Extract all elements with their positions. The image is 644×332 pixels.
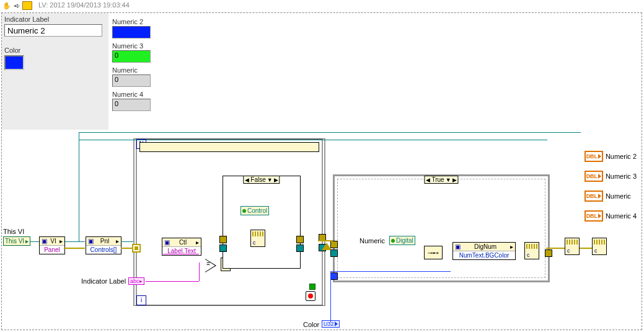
terminal-row: DBL Numeric 3: [584, 171, 637, 182]
clear-error-node[interactable]: [565, 238, 580, 255]
vi-icon[interactable]: [22, 1, 32, 10]
terminal-list: DBL Numeric 2 DBL Numeric 3 DBL Numeric …: [584, 151, 637, 230]
case-selector-true[interactable]: ◀True▼▶: [424, 176, 458, 184]
terminal-label: Numeric: [606, 192, 631, 200]
terminal-row: DBL Numeric 4: [584, 210, 637, 222]
abc-string-terminal[interactable]: abc▸: [128, 277, 144, 285]
control-class-node[interactable]: Control: [240, 206, 269, 215]
class-dot-icon: [242, 209, 246, 213]
this-vi-label: This VI: [3, 228, 24, 235]
loop-header: [139, 142, 319, 152]
wire: [199, 262, 200, 281]
numeric-indicator: Numeric 3 0: [112, 42, 151, 63]
controls-panel: Indicator Label Color: [2, 13, 108, 130]
dbl-terminal-icon[interactable]: DBL: [584, 191, 603, 202]
vi-property-node[interactable]: ▣VI▸ Panel: [39, 236, 65, 254]
dignum-property-node[interactable]: ▣DigNum▸ NumText.BGColor: [452, 242, 516, 260]
indicator-label-wire-caption: Indicator Label: [81, 277, 126, 285]
wire: [64, 241, 85, 242]
terminal-label: Numeric 4: [606, 212, 637, 220]
true-color-tunnel: [330, 272, 338, 280]
tunnel-ref-out: [296, 236, 304, 243]
stop-terminal[interactable]: [306, 291, 315, 301]
ctl-property-node[interactable]: ▣Ctl▸ Label.Text: [162, 238, 201, 256]
indicator-label-caption: Indicator Label: [4, 16, 106, 23]
numeric-indicators: Numeric 2 Numeric 3 0 Numeric 0 Numeric …: [112, 18, 151, 115]
this-vi-node[interactable]: This VI▸: [3, 236, 30, 246]
indicator-label-input[interactable]: [4, 24, 102, 37]
wire: [64, 248, 85, 249]
wire: [79, 140, 547, 140]
numeric-class-label: Numeric: [359, 237, 385, 245]
hand-icon[interactable]: ✋: [2, 1, 11, 10]
auto-index-tunnel: [132, 244, 141, 253]
true-tunnel-ref: [330, 241, 338, 248]
case-inner: [337, 179, 545, 278]
tunnel-in: [219, 245, 227, 252]
conditional-terminal-wire: [309, 284, 315, 290]
block-diagram-frame: Indicator Label Color Numeric 2 Numeric …: [1, 12, 642, 330]
class-dot-icon: [391, 239, 395, 243]
wire: [318, 240, 333, 241]
case-structure-false[interactable]: ◀False▼▶ Control: [223, 176, 301, 269]
tunnel-out: [296, 245, 304, 252]
i-terminal[interactable]: i: [136, 295, 146, 305]
terminal-label: Numeric 2: [606, 153, 637, 160]
equals-symbol: =: [206, 261, 210, 267]
numeric-indicator: Numeric 2: [112, 18, 151, 38]
wire: [580, 248, 592, 249]
wire: [330, 271, 331, 322]
color-caption: Color: [4, 47, 106, 54]
digital-class-node[interactable]: Digital: [389, 236, 415, 245]
wire: [79, 132, 581, 133]
color-wire-label: Color: [303, 321, 319, 328]
terminal-row: DBL Numeric 2: [584, 151, 637, 162]
wire: [30, 241, 39, 242]
tunnel-ref: [219, 236, 227, 243]
wire: [79, 132, 79, 241]
window-title: LV: 2012 19/04/2013 19:03:44: [38, 1, 130, 9]
wire: [546, 248, 565, 249]
toolbar: ✋ ➪: [2, 1, 32, 10]
numeric-indicator: Numeric 0: [112, 66, 151, 87]
wire: [121, 248, 132, 249]
to-more-specific-2[interactable]: ⊸⊷: [424, 246, 443, 259]
terminal-label: Numeric 3: [606, 173, 637, 180]
case-structure-true[interactable]: ◀True▼▶ Numeric Digital ⊸⊷ ▣DigNum▸ NumT…: [333, 174, 550, 282]
dbl-terminal-icon[interactable]: DBL: [584, 210, 603, 222]
wire: [333, 271, 451, 272]
panel-property-node[interactable]: ▣Pnl▸ Controls[]: [86, 236, 121, 254]
true-tunnel-in: [330, 249, 338, 257]
wire: [146, 281, 199, 282]
arrow-icon[interactable]: ➪: [12, 1, 21, 10]
case-selector[interactable]: ◀False▼▶: [243, 176, 280, 184]
to-more-specific-node[interactable]: [250, 230, 265, 247]
color-box[interactable]: [4, 55, 24, 70]
close-ref-node-2[interactable]: [592, 238, 607, 255]
wire: [163, 254, 199, 254]
numeric-indicator: Numeric 4 0: [112, 91, 151, 111]
close-ref-node[interactable]: [524, 242, 539, 259]
dbl-terminal-icon[interactable]: DBL: [584, 151, 603, 162]
true-tunnel-out: [545, 249, 552, 257]
wire: [121, 241, 133, 242]
terminal-row: DBL Numeric: [584, 191, 637, 202]
dbl-terminal-icon[interactable]: DBL: [584, 171, 603, 182]
